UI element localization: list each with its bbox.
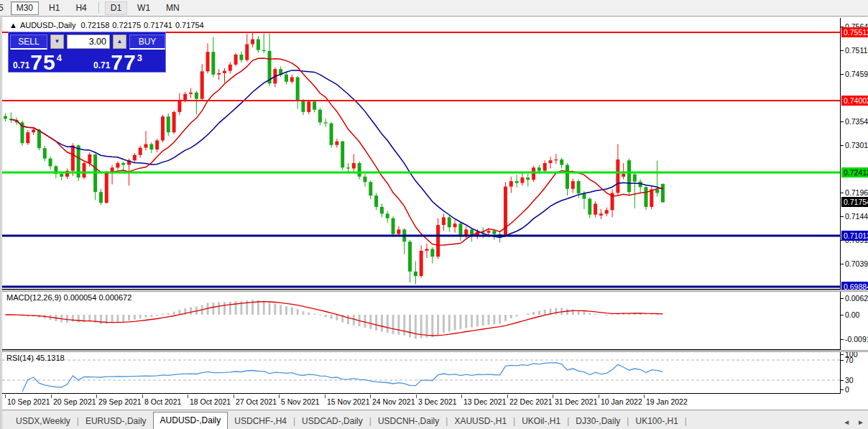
price-axis-label: 0.71965 <box>845 188 868 197</box>
rsi-axis-tick <box>841 389 844 390</box>
panel-splitter-macd[interactable] <box>2 290 868 292</box>
rsi-line <box>22 363 662 392</box>
date-axis-label: 5 Nov 2021 <box>281 397 320 406</box>
bear-candle <box>414 261 417 284</box>
date-axis-tick <box>370 395 371 398</box>
timeframe-button-h4[interactable]: H4 <box>70 1 92 15</box>
bear-candle <box>402 228 406 254</box>
macd-axis-tick <box>841 298 844 299</box>
date-axis-label: 19 Jan 2022 <box>646 397 688 406</box>
timeframe-button-h1[interactable]: H1 <box>43 1 65 15</box>
price-axis-label: 0.70390 <box>845 259 868 268</box>
macd-axis-label: 0.00 <box>845 310 859 319</box>
ohlc-close: 0.71754 <box>175 21 204 29</box>
chart-tab-ukoil-h1[interactable]: UKOil-,H1 <box>515 414 567 429</box>
bull-candle <box>105 171 108 204</box>
rsi-axis-tick <box>841 354 844 355</box>
macd-panel[interactable]: MACD(12,26,9) 0.000054 0.000672 <box>2 292 840 350</box>
chart-symbol-label: AUDUSD-,Daily <box>20 21 76 29</box>
bull-candle <box>307 100 310 114</box>
rsi-axis[interactable]: 10070300 <box>841 352 868 394</box>
panel-splitter-rsi[interactable] <box>2 350 868 352</box>
bull-candle <box>245 34 249 62</box>
bull-candle <box>177 93 181 115</box>
bull-candle <box>650 186 653 209</box>
ma-fast-line <box>11 58 662 245</box>
date-axis[interactable]: 10 Sep 202120 Sep 202129 Sep 20218 Oct 2… <box>2 395 868 409</box>
sell-price-display[interactable]: 0.71 75 4 <box>11 51 62 73</box>
date-axis-tick <box>644 395 645 398</box>
bear-candle <box>121 162 125 173</box>
bear-candle <box>639 180 642 193</box>
date-axis-tick <box>188 395 188 398</box>
bull-candle <box>436 218 440 259</box>
date-axis-label: 24 Nov 2021 <box>372 397 415 406</box>
bull-candle <box>453 220 457 233</box>
price-axis-tick <box>841 74 844 75</box>
bear-candle <box>301 99 305 116</box>
date-axis-tick <box>325 395 326 398</box>
bear-candle <box>515 175 519 188</box>
chart-tab-audusd-daily[interactable]: AUDUSD-,Daily <box>153 412 228 429</box>
timeframe-button-w1[interactable]: W1 <box>131 1 156 15</box>
volume-input[interactable] <box>67 34 110 49</box>
buy-price-display[interactable]: 0.71 77 3 <box>92 51 142 73</box>
chart-tab-usdcnh-daily[interactable]: USDCNH-,Daily <box>371 414 445 429</box>
bear-candle <box>93 154 97 200</box>
timeframe-button-d1[interactable]: D1 <box>105 1 127 15</box>
bear-candle <box>43 146 47 161</box>
bull-candle <box>116 161 119 170</box>
volume-increase-button[interactable]: ▲ <box>113 34 126 49</box>
timeframe-button-mn[interactable]: MN <box>160 1 185 15</box>
macd-axis-label: -0.00919 <box>845 335 868 343</box>
bull-candle <box>223 68 226 83</box>
chart-tab-usdx-weekly[interactable]: USDX,Weekly <box>9 414 77 429</box>
bear-candle <box>386 211 389 223</box>
bull-candle <box>82 161 86 179</box>
date-axis-tick <box>461 395 462 398</box>
toolbar-separator <box>98 2 99 14</box>
chart-tab-usdchf-h4[interactable]: USDCHF-,H4 <box>228 414 293 429</box>
bear-candle <box>655 161 659 197</box>
tab-scroll-right-icon[interactable]: ► <box>857 418 864 426</box>
bull-candle <box>420 245 423 277</box>
sell-button[interactable]: SELL <box>10 34 47 50</box>
rsi-chart <box>2 352 840 393</box>
macd-axis[interactable]: 0.0062010.00-0.00919 <box>841 292 868 350</box>
bull-candle <box>605 208 609 217</box>
macd-axis-label: 0.006201 <box>845 294 868 303</box>
terminal-window: 5M30H1H4D1W1MN ▲AUDUSD-,Daily 0.721580.7… <box>0 0 868 429</box>
bull-candle <box>442 213 445 231</box>
bear-candle <box>296 76 300 109</box>
price-axis-tick <box>841 121 844 122</box>
date-axis-label: 18 Oct 2021 <box>190 397 231 406</box>
price-axis-tick <box>841 50 844 51</box>
rsi-axis-label: 70 <box>845 356 854 364</box>
date-axis-tick <box>51 395 52 398</box>
chart-tab-dj30-daily[interactable]: DJ30-,Daily <box>569 414 627 429</box>
chart-tab-uk100-h1[interactable]: UK100-,H1 <box>629 414 684 429</box>
chart-tab-xauusd-h1[interactable]: XAUUSD-,H1 <box>448 414 513 429</box>
rsi-axis-tick <box>841 360 844 361</box>
bear-candle <box>268 33 272 86</box>
bear-candle <box>149 142 153 153</box>
bull-candle <box>228 62 232 73</box>
rsi-panel[interactable]: RSI(14) 45.1318 <box>2 352 840 394</box>
bear-candle <box>661 183 665 203</box>
bull-candle <box>189 88 193 98</box>
buy-button[interactable]: BUY <box>129 34 165 50</box>
chart-tab-eurusd-daily[interactable]: EURUSD-,Daily <box>79 414 153 429</box>
date-axis-label: 8 Oct 2021 <box>144 397 181 406</box>
price-axis[interactable]: 0.756400.751150.745900.735400.730150.719… <box>841 18 868 290</box>
chart-tab-bar: USDX,Weekly|EURUSD-,DailyAUDUSD-,DailyUS… <box>2 410 868 429</box>
collapse-panel-icon[interactable]: ▲ <box>9 21 17 29</box>
bull-candle <box>290 75 294 84</box>
timeframe-button-m30[interactable]: M30 <box>11 1 39 15</box>
chart-tab-usdcad-daily[interactable]: USDCAD-,Daily <box>295 414 369 429</box>
bear-candle <box>369 180 372 199</box>
volume-decrease-button[interactable]: ▼ <box>50 34 64 49</box>
date-axis-tick <box>142 395 143 398</box>
timeframe-button-5[interactable]: 5 <box>0 1 6 15</box>
bull-candle <box>520 172 524 186</box>
tab-scroll-left-icon[interactable]: ◄ <box>843 418 850 426</box>
